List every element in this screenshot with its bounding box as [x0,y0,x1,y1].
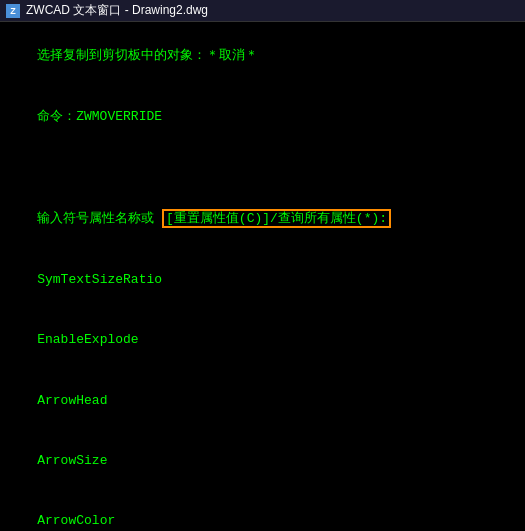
prompt-prefix-text: 输入符号属性名称或 [37,211,162,226]
input-prompt-line: 输入符号属性名称或 [重置属性值(C)]/查询所有属性(*): 输入符号属性名称… [6,169,519,250]
line-3 [6,147,519,167]
window-title: ZWCAD 文本窗口 - Drawing2.dwg [26,2,208,19]
line-arrowsize: ArrowSize [6,431,519,491]
line-enableexplode: EnableExplode [6,310,519,370]
line-arrowhead: ArrowHead [6,370,519,430]
terminal-body: 选择复制到剪切板中的对象：＊取消＊ 命令：ZWMOVERRIDE 输入符号属性名… [0,22,525,531]
line-2: 命令：ZWMOVERRIDE [6,86,519,146]
line-arrowcolor: ArrowColor [6,491,519,531]
app-icon: Z [6,4,20,18]
line-symtextsizeratio: SymTextSizeRatio [6,250,519,310]
line-1: 选择复制到剪切板中的对象：＊取消＊ [6,26,519,86]
app-icon-text: Z [10,6,16,16]
highlighted-command: [重置属性值(C)]/查询所有属性(*): [162,209,391,228]
title-bar: Z ZWCAD 文本窗口 - Drawing2.dwg [0,0,525,22]
